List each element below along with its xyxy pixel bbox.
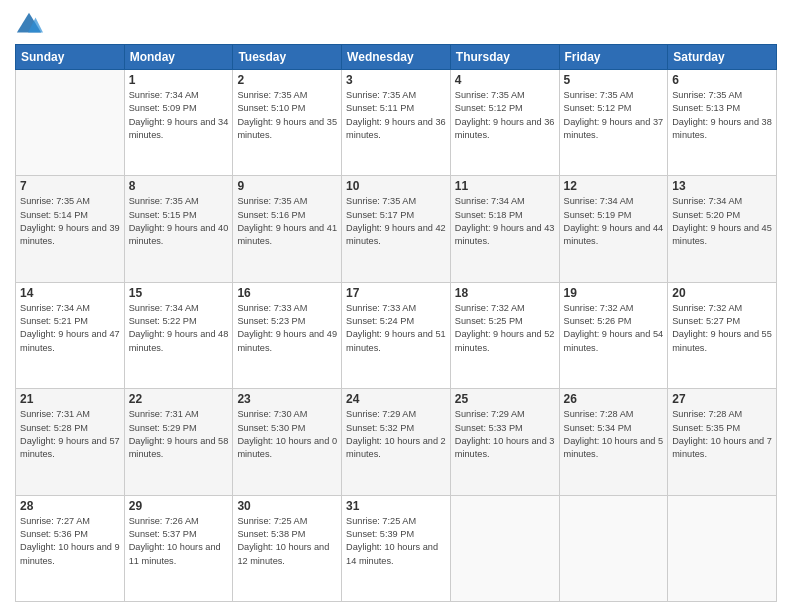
calendar-cell: 15Sunrise: 7:34 AMSunset: 5:22 PMDayligh… xyxy=(124,282,233,388)
day-number: 10 xyxy=(346,179,446,193)
calendar-cell: 27Sunrise: 7:28 AMSunset: 5:35 PMDayligh… xyxy=(668,389,777,495)
calendar-cell: 25Sunrise: 7:29 AMSunset: 5:33 PMDayligh… xyxy=(450,389,559,495)
day-number: 18 xyxy=(455,286,555,300)
weekday-header-friday: Friday xyxy=(559,45,668,70)
calendar-cell: 3Sunrise: 7:35 AMSunset: 5:11 PMDaylight… xyxy=(342,70,451,176)
calendar-cell: 18Sunrise: 7:32 AMSunset: 5:25 PMDayligh… xyxy=(450,282,559,388)
day-info: Sunrise: 7:25 AMSunset: 5:38 PMDaylight:… xyxy=(237,515,337,568)
calendar-week-row: 14Sunrise: 7:34 AMSunset: 5:21 PMDayligh… xyxy=(16,282,777,388)
day-info: Sunrise: 7:29 AMSunset: 5:33 PMDaylight:… xyxy=(455,408,555,461)
weekday-header-tuesday: Tuesday xyxy=(233,45,342,70)
day-number: 25 xyxy=(455,392,555,406)
day-info: Sunrise: 7:33 AMSunset: 5:24 PMDaylight:… xyxy=(346,302,446,355)
day-info: Sunrise: 7:34 AMSunset: 5:18 PMDaylight:… xyxy=(455,195,555,248)
day-info: Sunrise: 7:28 AMSunset: 5:35 PMDaylight:… xyxy=(672,408,772,461)
day-number: 11 xyxy=(455,179,555,193)
weekday-header-saturday: Saturday xyxy=(668,45,777,70)
day-info: Sunrise: 7:25 AMSunset: 5:39 PMDaylight:… xyxy=(346,515,446,568)
weekday-header-thursday: Thursday xyxy=(450,45,559,70)
day-number: 26 xyxy=(564,392,664,406)
day-number: 21 xyxy=(20,392,120,406)
day-info: Sunrise: 7:27 AMSunset: 5:36 PMDaylight:… xyxy=(20,515,120,568)
calendar-cell: 9Sunrise: 7:35 AMSunset: 5:16 PMDaylight… xyxy=(233,176,342,282)
page: SundayMondayTuesdayWednesdayThursdayFrid… xyxy=(0,0,792,612)
day-number: 16 xyxy=(237,286,337,300)
calendar-cell: 30Sunrise: 7:25 AMSunset: 5:38 PMDayligh… xyxy=(233,495,342,601)
day-number: 7 xyxy=(20,179,120,193)
day-number: 24 xyxy=(346,392,446,406)
calendar-cell: 29Sunrise: 7:26 AMSunset: 5:37 PMDayligh… xyxy=(124,495,233,601)
day-info: Sunrise: 7:35 AMSunset: 5:14 PMDaylight:… xyxy=(20,195,120,248)
calendar-cell: 24Sunrise: 7:29 AMSunset: 5:32 PMDayligh… xyxy=(342,389,451,495)
day-info: Sunrise: 7:34 AMSunset: 5:22 PMDaylight:… xyxy=(129,302,229,355)
day-info: Sunrise: 7:31 AMSunset: 5:29 PMDaylight:… xyxy=(129,408,229,461)
calendar-cell: 2Sunrise: 7:35 AMSunset: 5:10 PMDaylight… xyxy=(233,70,342,176)
calendar-cell: 11Sunrise: 7:34 AMSunset: 5:18 PMDayligh… xyxy=(450,176,559,282)
day-number: 12 xyxy=(564,179,664,193)
day-info: Sunrise: 7:32 AMSunset: 5:26 PMDaylight:… xyxy=(564,302,664,355)
calendar-cell: 17Sunrise: 7:33 AMSunset: 5:24 PMDayligh… xyxy=(342,282,451,388)
day-number: 17 xyxy=(346,286,446,300)
day-number: 27 xyxy=(672,392,772,406)
calendar-cell: 1Sunrise: 7:34 AMSunset: 5:09 PMDaylight… xyxy=(124,70,233,176)
day-info: Sunrise: 7:35 AMSunset: 5:12 PMDaylight:… xyxy=(564,89,664,142)
day-number: 31 xyxy=(346,499,446,513)
day-number: 28 xyxy=(20,499,120,513)
day-number: 6 xyxy=(672,73,772,87)
calendar-cell: 7Sunrise: 7:35 AMSunset: 5:14 PMDaylight… xyxy=(16,176,125,282)
day-number: 13 xyxy=(672,179,772,193)
calendar-cell: 21Sunrise: 7:31 AMSunset: 5:28 PMDayligh… xyxy=(16,389,125,495)
calendar-week-row: 21Sunrise: 7:31 AMSunset: 5:28 PMDayligh… xyxy=(16,389,777,495)
day-number: 9 xyxy=(237,179,337,193)
day-number: 30 xyxy=(237,499,337,513)
day-number: 15 xyxy=(129,286,229,300)
calendar-cell xyxy=(16,70,125,176)
day-info: Sunrise: 7:35 AMSunset: 5:17 PMDaylight:… xyxy=(346,195,446,248)
weekday-header-monday: Monday xyxy=(124,45,233,70)
day-number: 2 xyxy=(237,73,337,87)
weekday-header-wednesday: Wednesday xyxy=(342,45,451,70)
calendar-week-row: 28Sunrise: 7:27 AMSunset: 5:36 PMDayligh… xyxy=(16,495,777,601)
day-info: Sunrise: 7:34 AMSunset: 5:20 PMDaylight:… xyxy=(672,195,772,248)
day-number: 1 xyxy=(129,73,229,87)
logo-icon xyxy=(15,10,43,38)
day-number: 22 xyxy=(129,392,229,406)
calendar-cell: 19Sunrise: 7:32 AMSunset: 5:26 PMDayligh… xyxy=(559,282,668,388)
day-number: 23 xyxy=(237,392,337,406)
calendar-cell: 4Sunrise: 7:35 AMSunset: 5:12 PMDaylight… xyxy=(450,70,559,176)
day-number: 4 xyxy=(455,73,555,87)
day-info: Sunrise: 7:31 AMSunset: 5:28 PMDaylight:… xyxy=(20,408,120,461)
day-info: Sunrise: 7:33 AMSunset: 5:23 PMDaylight:… xyxy=(237,302,337,355)
day-info: Sunrise: 7:29 AMSunset: 5:32 PMDaylight:… xyxy=(346,408,446,461)
day-info: Sunrise: 7:34 AMSunset: 5:19 PMDaylight:… xyxy=(564,195,664,248)
day-info: Sunrise: 7:34 AMSunset: 5:21 PMDaylight:… xyxy=(20,302,120,355)
day-info: Sunrise: 7:35 AMSunset: 5:10 PMDaylight:… xyxy=(237,89,337,142)
day-number: 19 xyxy=(564,286,664,300)
calendar-cell: 23Sunrise: 7:30 AMSunset: 5:30 PMDayligh… xyxy=(233,389,342,495)
calendar-cell xyxy=(450,495,559,601)
calendar-cell xyxy=(668,495,777,601)
calendar-cell: 28Sunrise: 7:27 AMSunset: 5:36 PMDayligh… xyxy=(16,495,125,601)
calendar-week-row: 1Sunrise: 7:34 AMSunset: 5:09 PMDaylight… xyxy=(16,70,777,176)
calendar-cell: 26Sunrise: 7:28 AMSunset: 5:34 PMDayligh… xyxy=(559,389,668,495)
day-info: Sunrise: 7:30 AMSunset: 5:30 PMDaylight:… xyxy=(237,408,337,461)
day-number: 20 xyxy=(672,286,772,300)
day-info: Sunrise: 7:35 AMSunset: 5:16 PMDaylight:… xyxy=(237,195,337,248)
calendar-cell: 6Sunrise: 7:35 AMSunset: 5:13 PMDaylight… xyxy=(668,70,777,176)
day-info: Sunrise: 7:28 AMSunset: 5:34 PMDaylight:… xyxy=(564,408,664,461)
calendar-cell xyxy=(559,495,668,601)
day-info: Sunrise: 7:34 AMSunset: 5:09 PMDaylight:… xyxy=(129,89,229,142)
calendar-cell: 31Sunrise: 7:25 AMSunset: 5:39 PMDayligh… xyxy=(342,495,451,601)
header xyxy=(15,10,777,38)
day-info: Sunrise: 7:32 AMSunset: 5:25 PMDaylight:… xyxy=(455,302,555,355)
calendar-table: SundayMondayTuesdayWednesdayThursdayFrid… xyxy=(15,44,777,602)
calendar-cell: 22Sunrise: 7:31 AMSunset: 5:29 PMDayligh… xyxy=(124,389,233,495)
day-info: Sunrise: 7:35 AMSunset: 5:11 PMDaylight:… xyxy=(346,89,446,142)
day-number: 29 xyxy=(129,499,229,513)
day-number: 3 xyxy=(346,73,446,87)
calendar-cell: 16Sunrise: 7:33 AMSunset: 5:23 PMDayligh… xyxy=(233,282,342,388)
day-info: Sunrise: 7:35 AMSunset: 5:13 PMDaylight:… xyxy=(672,89,772,142)
calendar-cell: 13Sunrise: 7:34 AMSunset: 5:20 PMDayligh… xyxy=(668,176,777,282)
day-info: Sunrise: 7:35 AMSunset: 5:15 PMDaylight:… xyxy=(129,195,229,248)
day-number: 8 xyxy=(129,179,229,193)
